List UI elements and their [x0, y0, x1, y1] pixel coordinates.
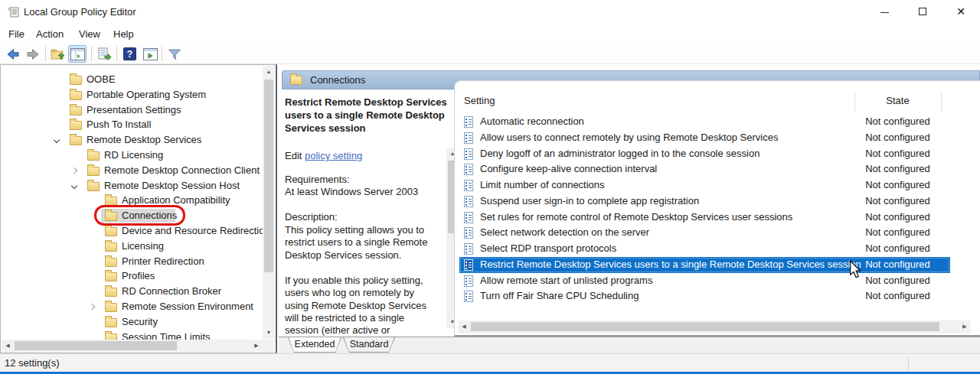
tree-item-remote-session-environment[interactable]: Remote Session Environment — [1, 299, 261, 314]
list-hscroll-thumb[interactable] — [471, 322, 939, 331]
close-button[interactable]: ✕ — [943, 0, 978, 24]
tree-item-application-compatibility[interactable]: Application Compatibility — [1, 193, 261, 208]
setting-name: Set rules for remote control of Remote D… — [480, 210, 792, 226]
forward-icon — [25, 47, 41, 62]
filter-button[interactable] — [165, 45, 184, 63]
setting-row[interactable]: Turn off Fair Share CPU SchedulingNot co… — [459, 288, 950, 304]
setting-row[interactable]: Allow users to connect remotely by using… — [459, 130, 950, 146]
setting-row[interactable]: Deny logoff of an administrator logged i… — [459, 146, 950, 162]
tree-item-remote-desktop-connection-client[interactable]: Remote Desktop Connection Client — [1, 163, 261, 178]
menu-item-action[interactable]: Action — [34, 24, 66, 44]
folder-icon — [70, 91, 82, 100]
setting-row[interactable]: Set rules for remote control of Remote D… — [459, 210, 950, 226]
minimize-button[interactable] — [867, 0, 902, 24]
export-list-button[interactable] — [95, 45, 113, 63]
tree-vscroll-thumb[interactable] — [264, 80, 273, 272]
scroll-left-icon[interactable]: ◀ — [458, 320, 470, 333]
tree-item-label: Licensing — [122, 239, 164, 254]
chevron-right-icon[interactable] — [71, 167, 77, 174]
tree-item-rd-licensing[interactable]: RD Licensing — [1, 148, 261, 163]
tree-item-portable-operating-system[interactable]: Portable Operating System — [1, 87, 261, 102]
setting-row[interactable]: Select RDP transport protocolsNot config… — [459, 241, 950, 257]
scroll-down-icon[interactable]: ▼ — [446, 316, 454, 328]
folder-icon — [87, 151, 100, 161]
setting-row-selected[interactable]: Restrict Remote Desktop Services users t… — [459, 257, 950, 273]
scroll-right-icon[interactable]: ▶ — [250, 340, 263, 352]
tree-item-remote-desktop-services[interactable]: Remote Desktop Services — [1, 132, 261, 148]
description-scrollbar[interactable]: ▲ ▼ — [446, 148, 454, 328]
folder-icon — [105, 212, 117, 221]
tree-item-label: Portable Operating System — [87, 87, 206, 102]
tree-item-licensing[interactable]: Licensing — [1, 239, 261, 254]
tree-item-security[interactable]: Security — [1, 314, 261, 330]
export-list-icon — [96, 47, 112, 62]
setting-name: Allow remote start of unlisted programs — [480, 273, 652, 289]
maximize-button[interactable] — [905, 0, 940, 24]
setting-name: Restrict Remote Desktop Services users t… — [480, 257, 861, 273]
column-header-setting[interactable]: Setting — [464, 95, 495, 106]
setting-row[interactable]: Automatic reconnectionNot configured — [459, 114, 950, 130]
folder-icon — [105, 227, 117, 236]
help-icon: ? — [123, 47, 136, 60]
chevron-right-icon[interactable] — [89, 304, 95, 310]
folder-icon — [87, 167, 100, 176]
tree-item-printer-redirection[interactable]: Printer Redirection — [1, 254, 261, 269]
tree-item-presentation-settings[interactable]: Presentation Settings — [1, 102, 261, 118]
menu-item-file[interactable]: File — [6, 24, 27, 44]
show-console-tree-button[interactable] — [68, 45, 87, 63]
list-horizontal-scrollbar[interactable]: ◀ ▶ — [458, 320, 971, 333]
setting-row[interactable]: Configure keep-alive connection interval… — [459, 161, 950, 177]
tree-item-push-to-install[interactable]: Push To Install — [1, 117, 261, 132]
forward-button[interactable] — [24, 45, 42, 63]
setting-row[interactable]: Limit number of connectionsNot configure… — [459, 177, 950, 194]
tab-standard[interactable]: Standard — [343, 337, 395, 353]
column-divider[interactable] — [854, 92, 855, 112]
setting-name: Select network detection on the server — [480, 225, 649, 241]
setting-name: Select RDP transport protocols — [480, 241, 616, 257]
folder-icon — [290, 76, 302, 85]
tree-horizontal-scrollbar[interactable]: ◀ ▶ — [2, 340, 263, 353]
scroll-up-icon[interactable]: ▲ — [263, 66, 275, 78]
tree-item-label: Profiles — [122, 268, 155, 284]
policy-setting-icon — [464, 132, 473, 144]
console-tree-pane: OOBEPortable Operating SystemPresentatio… — [0, 64, 277, 353]
tree-item-label: RD Connection Broker — [122, 284, 221, 299]
chevron-down-icon[interactable] — [54, 137, 60, 143]
scroll-right-icon[interactable]: ▶ — [959, 320, 971, 333]
scroll-left-icon[interactable]: ◀ — [2, 340, 14, 352]
show-window-button[interactable] — [141, 45, 159, 63]
column-header-state[interactable]: State — [854, 95, 941, 106]
tree-item-profiles[interactable]: Profiles — [1, 268, 261, 284]
setting-name: Deny logoff of an administrator logged i… — [480, 146, 760, 162]
setting-row[interactable]: Select network detection on the serverNo… — [459, 225, 950, 241]
description-scroll-thumb[interactable] — [448, 161, 454, 233]
scroll-down-icon[interactable]: ▼ — [263, 327, 275, 339]
show-window-icon — [143, 48, 158, 60]
setting-state: Not configured — [854, 161, 941, 177]
scroll-up-icon[interactable]: ▲ — [446, 148, 454, 160]
tree-item-connections[interactable]: Connections — [1, 208, 261, 223]
tree-item-oobe[interactable]: OOBE — [1, 72, 261, 87]
tree-item-label: Application Compatibility — [122, 193, 230, 208]
tree-vertical-scrollbar[interactable]: ▲ ▼ — [263, 66, 275, 339]
setting-row[interactable]: Suspend user sign-in to complete app reg… — [459, 194, 950, 210]
setting-state: Not configured — [854, 273, 941, 289]
tree-item-remote-desktop-session-host[interactable]: Remote Desktop Session Host — [1, 178, 261, 194]
back-button[interactable] — [4, 45, 22, 63]
policy-setting-icon — [464, 291, 473, 302]
menu-item-help[interactable]: Help — [111, 24, 136, 44]
window-title: Local Group Policy Editor — [24, 0, 136, 24]
policy-setting-icon — [464, 180, 473, 191]
tab-standard-label: Standard — [344, 337, 394, 352]
tab-extended[interactable]: Extended — [288, 337, 341, 353]
setting-row[interactable]: Allow remote start of unlisted programsN… — [459, 273, 950, 289]
menu-item-view[interactable]: View — [77, 24, 103, 44]
tree-hscroll-thumb[interactable] — [15, 341, 177, 350]
tree-item-rd-connection-broker[interactable]: RD Connection Broker — [1, 284, 261, 299]
up-one-level-button[interactable] — [48, 45, 67, 63]
help-button[interactable]: ? — [120, 45, 139, 63]
policy-setting-link[interactable]: policy setting — [305, 150, 362, 161]
column-divider[interactable] — [941, 92, 942, 112]
tree-item-device-and-resource-redirection[interactable]: Device and Resource Redirection — [1, 223, 261, 239]
chevron-down-icon[interactable] — [71, 182, 77, 188]
